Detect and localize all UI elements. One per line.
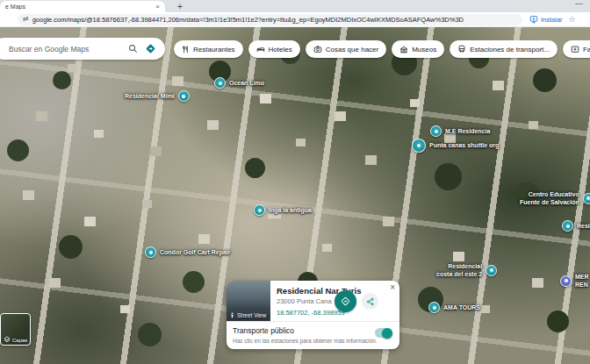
tab-google-maps[interactable]: e Maps ×: [0, 1, 165, 12]
search-box: [0, 38, 165, 60]
poi-label: MERREN: [575, 273, 589, 289]
url-text: google.com/maps/@18.5876637,-68.3984471,…: [32, 16, 517, 24]
site-info-icon[interactable]: ⇄: [23, 16, 29, 23]
poi-label: Centro EducativoFuente de Salvación: [520, 190, 579, 207]
chip-farmacias[interactable]: Farmacias: [563, 40, 590, 58]
chip-label: Restaurantes: [193, 46, 235, 54]
install-label: Instalar: [541, 16, 563, 24]
poi-mer-ren-cutoff[interactable]: MERREN: [560, 273, 589, 289]
chip-label: Cosas que hacer: [326, 46, 378, 54]
layers-label: Capas: [12, 338, 27, 343]
category-chips-row: Restaurantes Hoteles Cosas que hacer: [174, 40, 590, 58]
chip-restaurantes[interactable]: Restaurantes: [174, 40, 243, 58]
window-minimize-button[interactable]: —: [575, 0, 583, 8]
poi-ama-tours[interactable]: AMA TOURS: [428, 302, 480, 313]
transit-icon: [457, 45, 466, 54]
poi-marker-icon[interactable]: [214, 77, 226, 89]
poi-condor-golf-cart-repair[interactable]: Condor Golf Cart Repair: [145, 246, 231, 258]
transit-subtitle: Haz clic en las estaciones para obtener …: [233, 338, 393, 344]
transit-toggle[interactable]: [375, 328, 392, 338]
map-canvas[interactable]: Restaurantes Hoteles Cosas que hacer: [0, 27, 590, 364]
poi-marker-icon[interactable]: [254, 204, 265, 216]
poi-label: Reside: [577, 222, 590, 230]
poi-centro-educativo[interactable]: Centro EducativoFuente de Salvación: [520, 190, 590, 207]
poi-label: Ocean Limo: [229, 79, 264, 87]
poi-label: Inga la antigua: [269, 206, 312, 214]
bookmark-star-icon[interactable]: ☆: [569, 15, 576, 24]
pharmacy-icon: [571, 45, 579, 54]
directions-button[interactable]: [335, 290, 356, 312]
pegman-icon: [229, 312, 235, 318]
restaurant-icon: [182, 46, 190, 54]
chip-cosas-que-hacer[interactable]: Cosas que hacer: [306, 40, 386, 58]
url-bar: ⇄ google.com/maps/@18.5876637,-68.398447…: [0, 12, 590, 27]
chip-label: Hoteles: [269, 46, 292, 54]
poi-marker-icon[interactable]: [486, 265, 497, 276]
bed-icon: [256, 45, 265, 54]
poi-label: AMA TOURS: [443, 303, 480, 311]
street-view-thumbnail[interactable]: Street View: [227, 281, 270, 321]
chip-label: Farmacias: [583, 46, 590, 54]
directions-icon[interactable]: [145, 43, 156, 54]
tab-close-icon[interactable]: ×: [155, 4, 160, 11]
museum-icon: [399, 45, 408, 54]
tab-title: e Maps: [5, 4, 155, 10]
chip-hoteles[interactable]: Hoteles: [248, 40, 300, 58]
camera-icon: [313, 45, 322, 54]
poi-punta-canas-shuttle[interactable]: Punta canas shuttle org: [412, 139, 499, 153]
place-card-main: Street View Residencial Nar Turis 23000 …: [227, 281, 399, 321]
search-icon[interactable]: [128, 44, 138, 54]
chip-label: Estaciones de transport...: [470, 46, 550, 54]
poi-marker-icon[interactable]: [428, 302, 440, 313]
transit-section: Transporte público Haz clic en las estac…: [227, 322, 399, 349]
transit-toggle-knob: [382, 328, 392, 339]
poi-marker-icon[interactable]: [583, 193, 590, 204]
poi-label: Residencialcosta del este 2: [436, 262, 482, 279]
poi-reside-cutoff[interactable]: Reside: [562, 220, 590, 232]
poi-ocean-limo[interactable]: Ocean Limo: [214, 77, 264, 89]
poi-label: Punta canas shuttle org: [429, 141, 499, 149]
poi-marker-icon[interactable]: [562, 220, 573, 232]
close-icon[interactable]: ×: [390, 282, 395, 292]
install-icon: [529, 15, 538, 24]
poi-residencial-mimi[interactable]: Residencial Mimi: [125, 90, 190, 102]
layers-widget[interactable]: Capas: [0, 313, 31, 346]
poi-inga-la-antigua[interactable]: Inga la antigua: [254, 204, 312, 216]
poi-marker-icon[interactable]: [430, 125, 442, 137]
place-card-actions: [335, 290, 378, 312]
browser-window: e Maps × + — ⇄ google.com/maps/@18.58766…: [0, 0, 590, 364]
street-view-label: Street View: [229, 312, 266, 318]
poi-label: M.E Residencia: [445, 127, 490, 135]
poi-marker-icon[interactable]: [145, 246, 156, 258]
poi-residencial-costa-del-este[interactable]: Residencialcosta del este 2: [436, 262, 497, 279]
share-button[interactable]: [362, 293, 378, 310]
address-field[interactable]: ⇄ google.com/maps/@18.5876637,-68.398447…: [18, 14, 522, 25]
poi-marker-icon[interactable]: [178, 90, 190, 102]
search-input[interactable]: [9, 45, 128, 54]
new-tab-button[interactable]: +: [174, 0, 186, 12]
poi-label: Residencial Mimi: [125, 92, 175, 100]
install-app-button[interactable]: Instalar: [529, 15, 563, 24]
poi-marker-icon[interactable]: [560, 275, 572, 287]
chip-label: Museos: [412, 46, 436, 54]
tab-strip: e Maps × + —: [0, 0, 590, 12]
chip-estaciones-transporte[interactable]: Estaciones de transport...: [450, 40, 558, 58]
poi-me-residencia[interactable]: M.E Residencia: [430, 125, 490, 137]
chip-museos[interactable]: Museos: [392, 40, 444, 58]
transit-title: Transporte público: [233, 326, 393, 335]
poi-label: Condor Golf Cart Repair: [160, 248, 231, 256]
place-card: Street View Residencial Nar Turis 23000 …: [227, 281, 399, 349]
layers-icon: [4, 336, 11, 343]
poi-marker-icon[interactable]: [412, 139, 426, 153]
